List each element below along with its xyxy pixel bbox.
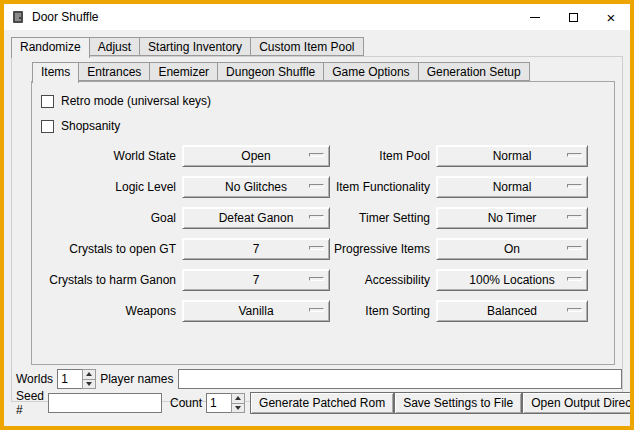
main-tab-adjust[interactable]: Adjust [89,37,140,56]
world-state-value: Open [241,149,270,163]
save-settings-button[interactable]: Save Settings to File [394,392,522,414]
logic-level-label: Logic Level [41,176,182,198]
world-state-dropdown[interactable]: Open [182,145,330,167]
menu-indicator-icon [567,215,582,219]
menu-indicator-icon [309,184,324,188]
crystals-ganon-value: 7 [253,273,260,287]
menu-indicator-icon [567,184,582,188]
seed-row: Seed # Count Generate Patched Rom Save S… [12,389,623,417]
logic-level-dropdown[interactable]: No Glitches [182,176,330,198]
main-tab-randomize[interactable]: Randomize [11,37,90,58]
goal-value: Defeat Ganon [219,211,294,225]
down-arrow-icon [86,382,92,386]
sub-tab-entrances[interactable]: Entrances [78,62,150,81]
sub-tab-items[interactable]: Items [32,62,79,83]
main-tab-custom-item-pool[interactable]: Custom Item Pool [250,37,363,56]
form-row: Crystals to open GT 7 Progressive Items … [41,238,614,260]
goal-label: Goal [41,207,182,229]
timer-setting-value: No Timer [488,211,537,225]
world-state-label: World State [41,145,182,167]
item-sorting-dropdown[interactable]: Balanced [436,300,588,322]
player-names-input[interactable] [178,369,623,389]
randomize-page: Items Entrances Enemizer Dungeon Shuffle… [11,56,623,402]
item-sorting-value: Balanced [487,304,537,318]
open-output-directory-button[interactable]: Open Output Directory [522,392,634,414]
form-row: Logic Level No Glitches Item Functionali… [41,176,614,198]
progressive-items-value: On [504,242,520,256]
count-spin-buttons [231,393,245,413]
item-sorting-label: Item Sorting [330,300,436,322]
crystals-gt-value: 7 [253,242,260,256]
crystals-ganon-label: Crystals to harm Ganon [41,269,182,291]
accessibility-label: Accessibility [330,269,436,291]
menu-indicator-icon [567,153,582,157]
shopsanity-label[interactable]: Shopsanity [61,119,120,133]
item-functionality-dropdown[interactable]: Normal [436,176,588,198]
close-icon: × [607,10,616,25]
worlds-label: Worlds [12,372,53,386]
generate-patched-rom-button[interactable]: Generate Patched Rom [250,392,394,414]
main-tab-starting-inventory[interactable]: Starting Inventory [139,37,251,56]
titlebar: Door Shuffle × [4,4,630,30]
accessibility-dropdown[interactable]: 100% Locations [436,269,588,291]
player-names-label: Player names [96,372,173,386]
form-row: Crystals to harm Ganon 7 Accessibility 1… [41,269,614,291]
main-tab-bar: Randomize Adjust Starting Inventory Cust… [11,37,364,58]
window-title: Door Shuffle [32,10,99,24]
crystals-gt-label: Crystals to open GT [41,238,182,260]
menu-indicator-icon [309,277,324,281]
weapons-dropdown[interactable]: Vanilla [182,300,330,322]
worlds-spin-buttons [82,369,96,389]
close-button[interactable]: × [592,4,630,30]
item-functionality-label: Item Functionality [330,176,436,198]
app-icon [10,9,26,25]
progressive-items-dropdown[interactable]: On [436,238,588,260]
minimize-button[interactable] [516,4,554,30]
timer-setting-label: Timer Setting [330,207,436,229]
count-spin-input[interactable] [206,393,231,413]
sub-tab-bar: Items Entrances Enemizer Dungeon Shuffle… [32,62,530,83]
client-area: Randomize Adjust Starting Inventory Cust… [8,34,626,422]
menu-indicator-icon [309,215,324,219]
sub-tab-game-options[interactable]: Game Options [323,62,418,81]
worlds-spin-input[interactable] [57,369,82,389]
menu-indicator-icon [309,246,324,250]
accessibility-value: 100% Locations [469,273,554,287]
seed-input[interactable] [48,393,162,413]
shopsanity-checkbox[interactable] [41,120,54,133]
retro-mode-row: Retro mode (universal keys) [41,91,614,111]
timer-setting-dropdown[interactable]: No Timer [436,207,588,229]
form-row: Weapons Vanilla Item Sorting Balanced [41,300,614,322]
form-row: Goal Defeat Ganon Timer Setting No Timer [41,207,614,229]
menu-indicator-icon [567,308,582,312]
retro-mode-checkbox[interactable] [41,95,54,108]
worlds-row: Worlds Player names [12,369,623,389]
window: Door Shuffle × Randomize Adjust Starting… [0,0,634,430]
up-arrow-icon [235,396,241,400]
crystals-ganon-dropdown[interactable]: 7 [182,269,330,291]
sub-tab-enemizer[interactable]: Enemizer [149,62,218,81]
weapons-label: Weapons [41,300,182,322]
options-form: World State Open Item Pool Normal Logic … [41,145,614,322]
item-functionality-value: Normal [493,180,532,194]
worlds-spinbox [57,369,96,389]
menu-indicator-icon [567,277,582,281]
sub-tab-dungeon-shuffle[interactable]: Dungeon Shuffle [217,62,324,81]
down-arrow-icon [235,406,241,410]
worlds-spin-down-button[interactable] [82,380,96,390]
count-spinbox [206,393,245,413]
item-pool-dropdown[interactable]: Normal [436,145,588,167]
retro-mode-label[interactable]: Retro mode (universal keys) [61,94,211,108]
count-spin-down-button[interactable] [231,404,245,414]
menu-indicator-icon [309,308,324,312]
count-spin-up-button[interactable] [231,393,245,404]
goal-dropdown[interactable]: Defeat Ganon [182,207,330,229]
sub-tab-generation-setup[interactable]: Generation Setup [418,62,530,81]
crystals-gt-dropdown[interactable]: 7 [182,238,330,260]
minimize-icon [530,17,540,18]
progressive-items-label: Progressive Items [330,238,436,260]
up-arrow-icon [86,372,92,376]
maximize-button[interactable] [554,4,592,30]
worlds-spin-up-button[interactable] [82,369,96,380]
weapons-value: Vanilla [238,304,273,318]
